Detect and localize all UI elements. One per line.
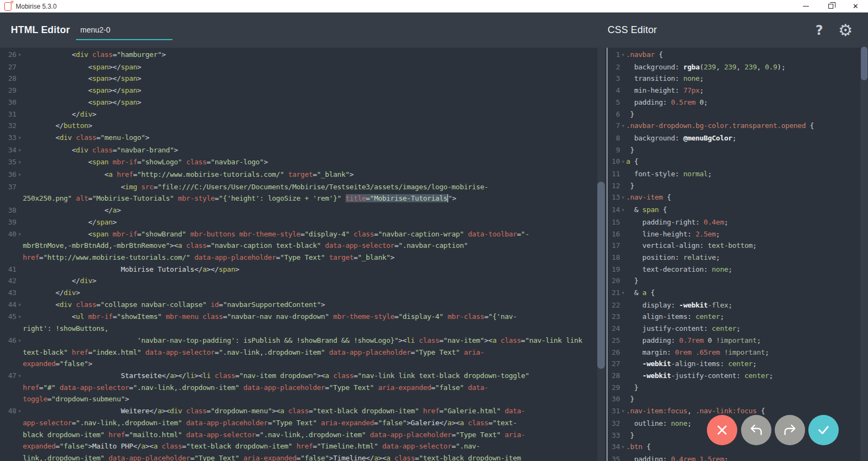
fold-arrow-icon[interactable]: ▾ [16,169,23,181]
code-text[interactable]: margin: 0rem .65rem !important; [626,347,860,358]
code-text[interactable]: & span { [626,204,860,216]
discard-button[interactable] [707,415,737,445]
code-text[interactable]: <ul mbr-if="showItems" mbr-menu class="n… [23,311,607,334]
code-text[interactable]: <span mbr-if="showBrand" mbr-buttons mbr… [23,228,607,264]
code-text[interactable]: padding: 0.4rem 1.5rem; [626,453,860,461]
code-text[interactable]: } [626,180,860,192]
fold-arrow-icon[interactable]: ▾ [16,144,23,157]
code-text[interactable]: <span></span> [23,73,607,85]
fold-arrow-icon[interactable]: ▾ [16,370,23,382]
fold-arrow-icon[interactable]: ▾ [620,405,626,418]
confirm-button[interactable] [808,415,839,445]
minimize-button[interactable] [793,0,818,12]
code-token: a [202,265,207,273]
code-text[interactable]: <img src="file:///C:/Users/User/Document… [23,181,607,204]
code-text[interactable]: <div class="menu-logo"> [23,132,607,144]
fold-arrow-icon[interactable]: ▾ [16,335,23,347]
code-text[interactable]: </div> [23,287,607,299]
tab-menu2-0[interactable]: menu2-0 [76,12,173,40]
code-token [23,86,88,94]
code-text[interactable]: <div class="hamburger"> [23,49,607,61]
code-text[interactable]: align-items: center; [626,311,860,323]
code-line: 44▾ <div class="collapse navbar-collapse… [0,299,607,311]
fold-arrow-icon[interactable]: ▾ [620,441,626,453]
code-text[interactable]: </a> [23,204,607,216]
code-text[interactable]: </span> [23,216,607,228]
code-text[interactable]: a { [626,156,860,168]
fold-arrow-icon[interactable]: ▾ [620,49,626,61]
code-text[interactable]: } [626,275,860,287]
code-text[interactable]: } [626,144,860,156]
code-text[interactable]: </button> [23,120,607,132]
code-text[interactable]: } [626,108,860,120]
code-text[interactable]: font-style: normal; [626,168,860,180]
code-text[interactable]: -webkit-justify-content: center; [626,370,860,382]
code-text[interactable]: <span mbr-if="showLogo" class="navbar-lo… [23,156,607,168]
code-text[interactable]: </div> [23,275,607,287]
fold-arrow-icon[interactable]: ▾ [620,156,626,168]
gear-icon[interactable]: ⚙ [838,22,853,39]
code-text[interactable]: } [626,393,860,405]
fold-arrow-icon[interactable]: ▾ [620,204,626,216]
fold-arrow-icon[interactable]: ▾ [16,156,23,169]
fold-arrow-icon[interactable]: ▾ [16,299,23,311]
code-text[interactable]: display: -webkit-flex; [626,299,860,311]
code-text[interactable]: transition: none; [626,73,860,85]
help-icon[interactable]: ? [815,23,823,38]
fold-arrow-icon[interactable]: ▾ [620,191,626,204]
fold-arrow-icon[interactable]: ▾ [620,120,626,132]
code-text[interactable]: Mobirise Tutorials</a></span> [23,264,607,276]
code-line: 28 -webkit-justify-content: center; [608,370,860,382]
line-number: 29 [608,382,620,394]
html-editor-scrollbar-thumb[interactable] [597,182,605,369]
code-text[interactable]: .nav-item { [626,191,860,203]
fold-arrow-icon[interactable]: ▾ [16,228,23,241]
close-button[interactable]: ✕ [843,0,868,12]
code-token: { [630,157,639,165]
code-text[interactable]: justify-content: center; [626,323,860,335]
undo-button[interactable] [741,415,771,445]
code-text[interactable]: } [626,382,860,394]
fold-arrow-icon[interactable]: ▾ [16,405,23,418]
code-text[interactable]: padding: 0.7rem 0 !important; [626,335,860,347]
fold-arrow-icon[interactable]: ▾ [16,49,23,61]
code-token: >< [170,241,178,249]
code-text[interactable]: Weitere</a><div class="dropdown-menu"><a… [23,405,607,461]
code-text[interactable]: background: @menuBgColor; [626,132,860,144]
code-line: 22 display: -webkit-flex; [608,299,860,311]
restore-button[interactable] [818,0,843,12]
code-text[interactable]: <span></span> [23,61,607,73]
code-text[interactable]: </div> [23,108,607,120]
code-token: background [634,134,675,142]
code-text[interactable]: <span></span> [23,97,607,108]
code-text[interactable]: vertical-align: text-bottom; [626,240,860,252]
redo-button[interactable] [775,415,805,445]
code-token: href [72,348,88,356]
code-text[interactable]: .navbar { [626,49,860,61]
css-code-editor[interactable]: 1▾.navbar {2 background: rgba(239, 239, … [608,48,860,461]
code-text[interactable]: padding: 0.5rem 0; [626,97,860,108]
css-editor-scrollbar-thumb[interactable] [861,47,867,80]
code-text[interactable]: Startseite</a></li><li class="nav-item d… [23,370,607,405]
fold-arrow-icon[interactable]: ▾ [16,132,23,144]
code-text[interactable]: background: rgba(239, 239, 239, 0.9); [626,61,860,73]
code-text[interactable]: 'navbar-nav-top-padding': isPublish && !… [23,335,607,370]
code-text[interactable]: .navbar-dropdown.bg-color.transparent.op… [626,120,860,132]
css-editor-scrollbar-track[interactable] [860,48,868,461]
fold-arrow-icon[interactable]: ▾ [16,311,23,323]
line-gutter: 6 [608,108,626,120]
code-text[interactable]: min-height: 77px; [626,85,860,97]
code-text[interactable]: <a href="http://www.mobirise-tutorials.c… [23,169,607,181]
code-text[interactable]: <div class="navbar-brand"> [23,144,607,156]
code-text[interactable]: -webkit-align-items: center; [626,358,860,370]
code-text[interactable]: padding-right: 0.4em; [626,216,860,228]
html-code-editor[interactable]: 26▾ <div class="hamburger">27 <span></sp… [0,48,607,461]
fold-arrow-icon[interactable]: ▾ [620,287,626,299]
code-line: 26▾ <div class="hamburger"> [0,49,607,61]
code-text[interactable]: text-decoration: none; [626,264,860,276]
code-text[interactable]: <span></span> [23,85,607,97]
code-text[interactable]: line-height: 2.5em; [626,228,860,240]
code-text[interactable]: position: relative; [626,252,860,264]
code-text[interactable]: <div class="collapse navbar-collapse" id… [23,299,607,311]
code-text[interactable]: & a { [626,287,860,299]
